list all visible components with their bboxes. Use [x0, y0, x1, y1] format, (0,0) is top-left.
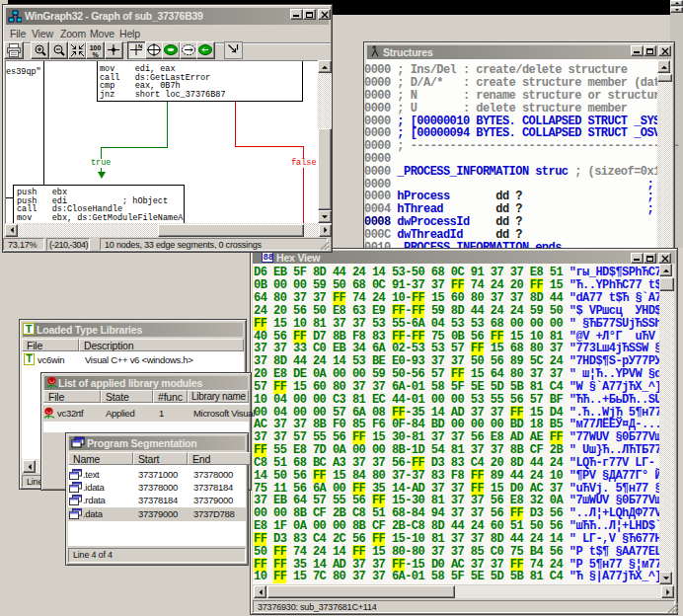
svg-text:88: 88 — [264, 253, 273, 263]
svg-text:N: N — [138, 43, 142, 49]
